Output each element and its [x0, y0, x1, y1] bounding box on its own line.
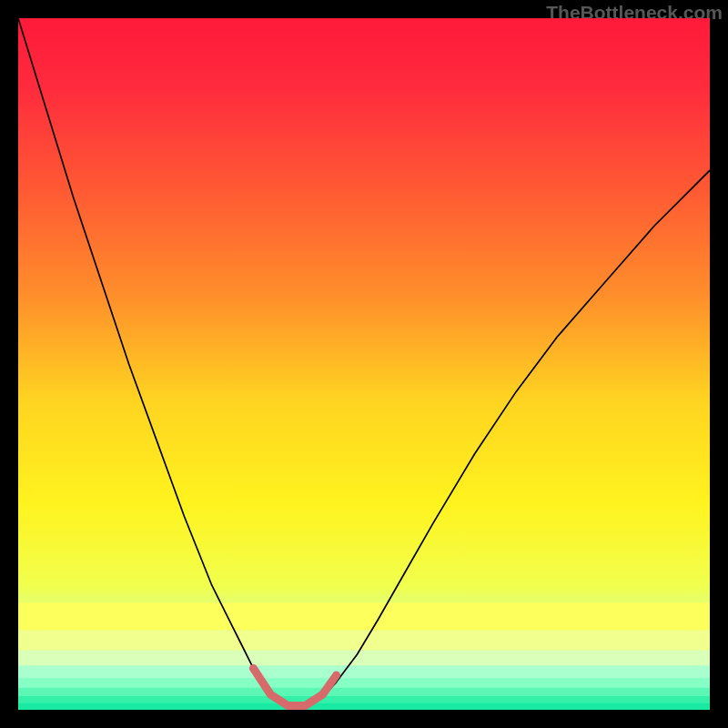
bottom-band [18, 665, 710, 678]
bottom-band [18, 651, 710, 666]
bottom-band [18, 678, 710, 688]
bottom-band [18, 688, 710, 696]
chart-frame: TheBottleneck.com [0, 0, 728, 728]
bottom-band [18, 631, 710, 651]
bottom-band [18, 703, 710, 710]
chart-svg [18, 18, 710, 710]
plot-area [18, 18, 710, 710]
bottom-band [18, 602, 710, 630]
bottom-band [18, 696, 710, 703]
